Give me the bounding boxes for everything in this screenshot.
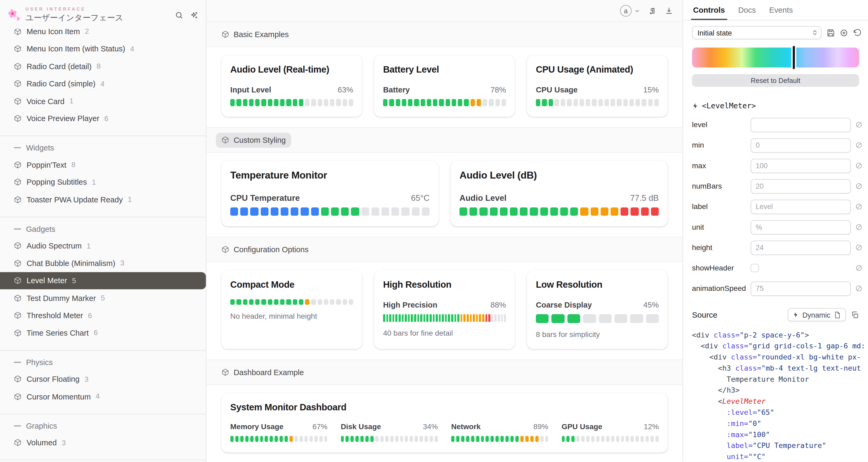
prop-row-unit: unit (692, 217, 862, 237)
clear-prop-icon[interactable] (855, 285, 862, 292)
level-meter-bars (383, 99, 506, 106)
numBars-input[interactable] (750, 179, 851, 193)
save-state-icon[interactable] (826, 29, 835, 37)
tab-controls[interactable]: Controls (686, 0, 732, 20)
label-input[interactable] (750, 199, 851, 214)
clear-prop-icon[interactable] (855, 183, 862, 190)
meter-bar (494, 314, 497, 322)
meter-bar (422, 207, 430, 216)
sidebar-item-audio-spectrum[interactable]: Audio Spectrum1 (0, 237, 206, 255)
sidebar-item-voice-card[interactable]: Voice Card1 (0, 93, 206, 110)
sidebar-item-threshold-meter[interactable]: Threshold Meter6 (0, 307, 206, 324)
avatar[interactable]: a (620, 5, 632, 17)
meter-bar (241, 207, 248, 216)
sidebar-item-menu-icon-item[interactable]: Menu Icon Item2 (0, 29, 206, 40)
account-menu[interactable]: a (620, 5, 640, 17)
sidebar-item-cursor-momentum[interactable]: Cursor Momentum4 (0, 388, 206, 405)
flower-logo-icon (7, 8, 21, 22)
meter-value: 89% (533, 423, 548, 431)
sidebar-item-count: 6 (94, 329, 98, 337)
meter-bar (651, 207, 659, 216)
meter-value: 12% (644, 423, 658, 431)
component-cube-icon (14, 115, 22, 122)
copy-icon[interactable] (851, 310, 859, 319)
meter-bar (461, 314, 463, 322)
meter-bar (405, 314, 407, 322)
sidebar-item-menu-icon-item-with-status[interactable]: Menu Icon Item (with Status)4 (0, 40, 206, 58)
example-card-low-resolution: Low ResolutionCoarse Display45%8 bars fo… (527, 270, 668, 349)
reset-to-default-button[interactable]: Reset to Default (692, 74, 859, 87)
sidebar-item-time-series-chart[interactable]: Time Series Chart6 (0, 324, 206, 342)
meter-bar (396, 314, 398, 322)
background-hue-slider[interactable] (692, 48, 859, 68)
meter-bar (445, 99, 450, 106)
tab-events[interactable]: Events (763, 0, 800, 20)
dynamic-source-button[interactable]: Dynamic (788, 308, 846, 321)
sidebar-item-toaster-pwa-update-ready[interactable]: Toaster PWA Update Ready1 (0, 191, 206, 208)
level-meter (230, 299, 353, 305)
sidebar-item-count: 4 (100, 79, 104, 88)
panel-tabs: ControlsDocsEvents (683, 0, 868, 21)
sidebar-item-level-meter[interactable]: Level Meter5 (0, 272, 206, 289)
clear-prop-icon[interactable] (855, 264, 862, 271)
unit-input[interactable] (750, 220, 851, 234)
prop-row-showHeader: showHeader (692, 258, 862, 278)
showHeader-checkbox[interactable] (750, 264, 759, 272)
tab-docs[interactable]: Docs (732, 0, 763, 20)
meter-label: Battery (383, 85, 410, 94)
source-label: Source (692, 310, 717, 319)
meter-bar (286, 99, 291, 106)
reading-mode-icon[interactable] (665, 7, 673, 15)
meter-bar (426, 314, 428, 322)
sidebar-item-count: 3 (85, 375, 89, 383)
clear-prop-icon[interactable] (855, 244, 862, 251)
section-title-basic-examples[interactable]: Basic Examples (221, 30, 289, 39)
max-input[interactable] (750, 158, 851, 173)
meter-bar (621, 207, 629, 216)
meter-bar (255, 436, 258, 442)
reset-state-icon[interactable] (853, 29, 861, 37)
meter-header: GPU Usage12% (561, 423, 658, 431)
hue-slider-handle[interactable] (793, 46, 795, 69)
theme-sparkles-icon[interactable] (190, 11, 198, 19)
sidebar-item-voice-preview-player[interactable]: Voice Preview Player6 (0, 110, 206, 127)
clear-prop-icon[interactable] (855, 121, 862, 128)
meter-bar (361, 436, 364, 442)
sidebar-item-popping-subtitles[interactable]: Popping Subtitles1 (0, 173, 206, 191)
state-select[interactable]: Initial state (692, 26, 822, 39)
section-title-configuration-options[interactable]: Configuration Options (221, 245, 309, 254)
section-label: Configuration Options (234, 245, 309, 254)
sidebar-item-cursor-floating[interactable]: Cursor Floating3 (0, 370, 206, 388)
min-input[interactable] (750, 138, 851, 152)
sidebar-item-poppin-text[interactable]: Poppin'Text8 (0, 156, 206, 173)
meter-header: Battery78% (383, 85, 506, 94)
sidebar-item-radio-card-detail[interactable]: Radio Card (detail)8 (0, 58, 206, 75)
component-cube-icon (14, 393, 22, 400)
animationSpeed-input[interactable] (750, 281, 851, 296)
sidebar-item-label: Level Meter (27, 276, 67, 285)
height-input[interactable] (750, 240, 851, 255)
meter-bar (596, 436, 599, 442)
section-title-dashboard-example[interactable]: Dashboard Example (221, 368, 304, 377)
sidebar-section-label: Gadgets (26, 224, 55, 233)
level-input[interactable] (750, 118, 851, 132)
card-title: Audio Level (Real-time) (230, 64, 353, 75)
add-state-icon[interactable] (840, 29, 848, 37)
app-logo[interactable]: USER INTERFACE ユーザーインターフェース (7, 7, 123, 23)
clear-prop-icon[interactable] (855, 162, 862, 169)
sidebar-item-chat-bubble-minimalism[interactable]: Chat Bubble (Minimalism)3 (0, 254, 206, 272)
meter-bar (317, 299, 322, 305)
section-title-custom-styling[interactable]: Custom Styling (216, 132, 291, 147)
sidebar-item-test-dummy-marker[interactable]: Test Dummy Marker5 (0, 289, 206, 307)
meter-bar (408, 314, 410, 322)
package-icon (221, 136, 229, 144)
sidebar-item-volumed[interactable]: Volumed3 (0, 434, 206, 452)
prop-row-label: label (692, 196, 862, 217)
clear-prop-icon[interactable] (855, 224, 862, 231)
sidebar-item-radio-card-simple[interactable]: Radio Card (simple)4 (0, 75, 206, 93)
meter-bar (600, 207, 609, 216)
clear-prop-icon[interactable] (855, 203, 862, 210)
search-icon[interactable] (175, 11, 183, 19)
clear-prop-icon[interactable] (855, 142, 862, 149)
text-direction-icon[interactable] (648, 7, 656, 15)
